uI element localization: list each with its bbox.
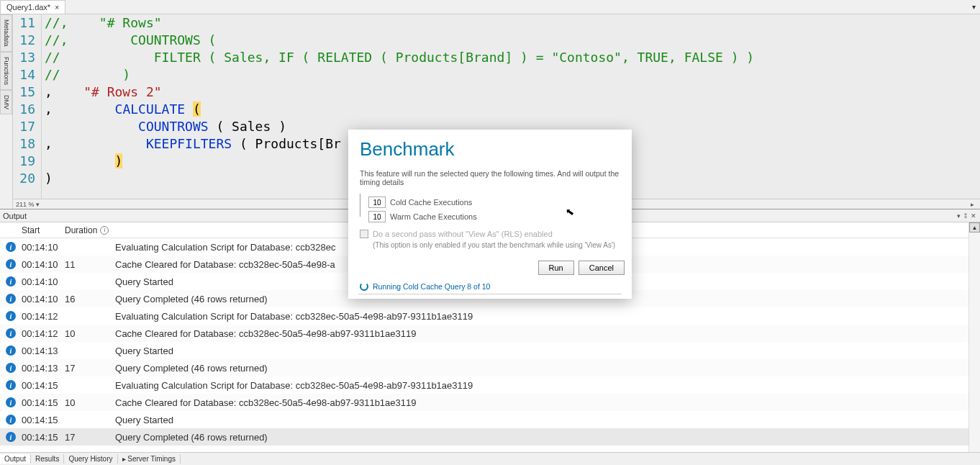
side-tab-dmv[interactable]: DMV — [0, 90, 12, 114]
bottom-tab[interactable]: Query History — [64, 454, 117, 464]
output-row[interactable]: i 00:14:12 Evaluating Calculation Script… — [0, 307, 968, 325]
rls-check-label: Do a second pass without "View As" (RLS)… — [373, 230, 553, 238]
row-message: Query Started — [115, 346, 968, 356]
dialog-status: Running Cold Cache Query 8 of 10 — [348, 282, 632, 294]
row-message: Cache Cleared for Database: ccb328ec-50a… — [115, 397, 968, 408]
output-row[interactable]: i 00:14:13 17 Query Completed (46 rows r… — [0, 359, 968, 376]
col-start[interactable]: Start — [22, 225, 65, 235]
row-start: 00:14:13 — [22, 346, 65, 356]
output-row[interactable]: i 00:14:13 Query Started — [0, 342, 968, 359]
row-duration: 10 — [65, 328, 115, 339]
benchmark-dialog: Benchmark This feature will run the sele… — [348, 130, 632, 299]
dialog-title: Benchmark — [348, 130, 632, 165]
document-tab-title: Query1.dax* — [6, 3, 50, 12]
hscroll-right-icon[interactable]: ▸ — [971, 201, 974, 208]
row-duration: 16 — [65, 294, 115, 304]
side-tab-functions[interactable]: Functions — [0, 52, 12, 90]
spinner-icon — [360, 282, 368, 291]
col-duration[interactable]: Duration i — [65, 225, 115, 235]
row-duration: 17 — [65, 363, 115, 374]
output-header-controls[interactable]: ▾ ‡ ✕ — [957, 212, 977, 220]
row-start: 00:14:12 — [22, 311, 65, 322]
row-message: Evaluating Calculation Script for Databa… — [115, 311, 968, 322]
row-duration: 10 — [65, 397, 115, 408]
row-duration: 17 — [65, 432, 115, 443]
row-start: 00:14:15 — [22, 415, 65, 425]
output-row[interactable]: i 00:14:15 17 Query Completed (46 rows r… — [0, 428, 968, 446]
row-start: 00:14:10 — [22, 294, 65, 304]
info-icon: i — [6, 380, 16, 390]
rls-checkbox — [360, 230, 368, 238]
row-message: Cache Cleared for Database: ccb328ec-50a… — [115, 328, 968, 339]
rls-check-sub: (This option is only enabled if you star… — [373, 241, 620, 249]
close-icon[interactable]: × — [55, 4, 59, 12]
document-tab-bar: Query1.dax* × ▾ — [0, 0, 980, 14]
bottom-tab-bar: OutputResultsQuery History▸ Server Timin… — [0, 452, 980, 465]
side-tab-metadata[interactable]: Metadata — [0, 14, 12, 52]
scroll-up-icon[interactable]: ▲ — [969, 222, 980, 232]
info-icon: i — [6, 311, 16, 321]
output-row[interactable]: i 00:14:12 10 Cache Cleared for Database… — [0, 325, 968, 342]
info-icon: i — [6, 276, 16, 286]
cold-cache-label: Cold Cache Executions — [390, 198, 472, 207]
row-start: 00:14:15 — [22, 380, 65, 391]
row-start: 00:14:10 — [22, 259, 65, 270]
dialog-status-text: Running Cold Cache Query 8 of 10 — [373, 282, 490, 291]
output-title: Output — [3, 212, 27, 220]
bottom-tab[interactable]: Results — [31, 454, 64, 464]
info-icon: i — [6, 259, 16, 269]
info-icon: i — [6, 363, 16, 373]
cancel-button[interactable]: Cancel — [579, 261, 625, 275]
info-icon: i — [6, 415, 16, 425]
info-icon: i — [6, 346, 16, 356]
row-start: 00:14:10 — [22, 276, 65, 287]
side-tab-strip: MetadataFunctionsDMV — [0, 14, 13, 209]
row-duration: 11 — [65, 259, 115, 270]
warm-cache-label: Warm Cache Executions — [390, 212, 477, 221]
col-duration-label: Duration — [65, 225, 97, 235]
info-icon: i — [100, 226, 109, 235]
warm-cache-input[interactable] — [368, 211, 386, 222]
dialog-description: This feature will run the selected query… — [360, 169, 620, 186]
topbar-menu-icon[interactable]: ▾ — [972, 3, 980, 11]
info-icon: i — [6, 242, 16, 252]
document-tab[interactable]: Query1.dax* × — [0, 0, 65, 14]
row-message: Query Started — [115, 415, 968, 425]
row-start: 00:14:12 — [22, 328, 65, 339]
info-icon: i — [6, 432, 16, 442]
output-scrollbar[interactable]: ▲ — [968, 222, 980, 452]
row-start: 00:14:15 — [22, 432, 65, 443]
cold-cache-input[interactable] — [368, 197, 386, 208]
info-icon: i — [6, 397, 16, 407]
bottom-tab[interactable]: Output — [0, 454, 31, 464]
output-row[interactable]: i 00:14:15 Query Started — [0, 411, 968, 428]
row-start: 00:14:10 — [22, 242, 65, 253]
zoom-value: 211 % ▾ — [16, 201, 40, 208]
info-icon: i — [6, 294, 16, 304]
row-message: Query Completed (46 rows returned) — [115, 363, 968, 374]
run-button[interactable]: Run — [538, 261, 574, 275]
row-start: 00:14:13 — [22, 363, 65, 374]
output-row[interactable]: i 00:14:15 10 Cache Cleared for Database… — [0, 394, 968, 411]
line-gutter: 11121314151617181920 — [13, 14, 42, 199]
bottom-tab[interactable]: ▸ Server Timings — [118, 454, 181, 464]
row-message: Evaluating Calculation Script for Databa… — [115, 380, 968, 391]
info-icon: i — [6, 328, 16, 338]
output-row[interactable]: i 00:14:15 Evaluating Calculation Script… — [0, 376, 968, 394]
row-message: Query Completed (46 rows returned) — [115, 432, 968, 443]
row-start: 00:14:15 — [22, 397, 65, 408]
